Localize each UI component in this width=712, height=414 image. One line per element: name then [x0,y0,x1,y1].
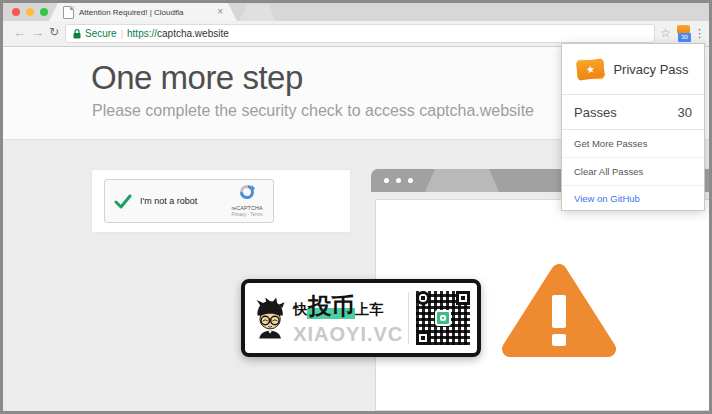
menu-item-get-more-passes[interactable]: Get More Passes [562,130,704,158]
illustration-dot [384,178,389,183]
qr-center-logo-icon [435,310,451,326]
url-host: captcha.website [157,28,229,39]
forward-icon[interactable]: → [31,23,44,42]
reload-icon[interactable]: ↻ [49,23,59,42]
illustration-dot [396,178,401,183]
privacy-pass-popup: ★ Privacy Pass Passes 30 Get More Passes… [561,43,705,211]
recaptcha-brand-text: reCAPTCHA [225,205,269,211]
privacy-pass-header: ★ Privacy Pass [562,44,704,95]
recaptcha-logo-icon [239,184,255,200]
tab-close-icon[interactable]: × [217,7,223,17]
recaptcha-privacy-terms-link[interactable]: Privacy - Terms [225,212,269,217]
passes-count: 30 [678,105,692,120]
passes-row: Passes 30 [562,95,704,130]
maximize-window-button[interactable] [40,8,48,16]
back-icon[interactable]: ← [13,23,26,42]
browser-tab[interactable]: Attention Required! | Cloudfla × [49,3,237,21]
menu-item-clear-all-passes[interactable]: Clear All Passes [562,158,704,186]
watermark-highlight: 投币 [307,293,355,319]
warning-triangle-icon [497,260,621,359]
watermark-text: 快投币上车 XIAOYI.VC [293,291,403,346]
url-separator: | [121,29,123,39]
ticket-icon: ★ [576,58,605,81]
avatar-icon [252,288,288,348]
minimize-window-button[interactable] [26,8,34,16]
privacy-pass-extension-button[interactable]: 30 [676,25,692,42]
close-window-button[interactable] [12,8,20,16]
browser-window: Attention Required! | Cloudfla × ← → ↻ S… [0,0,712,414]
captcha-container: I'm not a robot reCAPTCHA Privacy - Term… [91,169,351,233]
tab-title: Attention Required! | Cloudfla [79,8,212,17]
tab-strip: Attention Required! | Cloudfla × [3,3,709,21]
watermark-brand: XIAOYI.VC [293,323,403,346]
watermark-divider [408,292,409,344]
bookmark-star-icon[interactable]: ☆ [660,26,671,40]
illustration-dot [408,178,413,183]
watermark-banner: 快投币上车 XIAOYI.VC [241,279,481,357]
browser-menu-icon[interactable]: ⋮ [694,26,705,40]
illustration-tab [425,169,499,192]
ticket-star-icon: ★ [576,58,605,81]
checkmark-icon[interactable] [114,194,132,209]
padlock-icon [73,29,81,39]
address-bar[interactable]: Secure | https://captcha.website [65,24,655,43]
recaptcha-widget[interactable]: I'm not a robot reCAPTCHA Privacy - Term… [104,179,274,223]
qr-finder-icon [416,291,430,305]
watermark-suffix: 上车 [355,301,383,317]
watermark-prefix: 快 [293,301,307,317]
secure-label: Secure [85,28,117,39]
page-favicon-icon [63,6,74,19]
new-tab-button[interactable] [239,4,275,21]
view-on-github-link[interactable]: View on GitHub [562,186,704,210]
privacy-pass-title: Privacy Pass [613,62,688,77]
extension-badge: 30 [678,33,691,42]
url-text: https://captcha.website [127,28,229,39]
recaptcha-label: I'm not a robot [140,196,197,206]
qr-finder-icon [416,331,430,345]
qr-finder-icon [456,291,470,305]
passes-label: Passes [574,105,617,120]
recaptcha-brand: reCAPTCHA Privacy - Terms [225,184,269,217]
url-scheme: https:// [127,28,157,39]
qr-code [416,291,470,345]
